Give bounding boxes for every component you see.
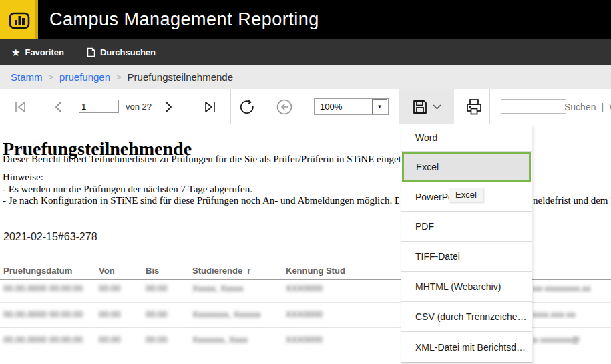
export-option-xml[interactable]: XML-Datei mit Berichtsd… [401, 332, 532, 362]
column-header-pruefungsdatum: Pruefungsdatum [3, 266, 72, 276]
zoom-value: 100% [315, 102, 372, 112]
toolbar-divider [264, 89, 264, 124]
app-title: Campus Management Reporting [49, 0, 319, 39]
export-option-csv[interactable]: CSV (durch Trennzeiche… [401, 302, 532, 332]
search-divider: | [601, 102, 604, 112]
report-viewer-window: Campus Management Reporting ★ Favoriten … [0, 0, 611, 364]
report-description: Dieser Bericht liefert Teilnehmerlisten … [3, 154, 445, 165]
table-row-cell: 00.00.0000 00:00:00 [3, 283, 83, 293]
zoom-select[interactable]: 100% ▼ [314, 98, 389, 115]
last-page-button[interactable] [198, 89, 221, 124]
table-row-cell: 00:00 [146, 309, 168, 319]
table-row-cell: 00.00.0000 00:00:00 [3, 335, 83, 345]
favorites-button[interactable]: ★ Favoriten [11, 47, 64, 57]
favorites-label: Favoriten [25, 47, 64, 57]
page-total-label: von 2? [126, 89, 152, 124]
next-page-button[interactable] [160, 89, 178, 124]
print-button[interactable] [458, 89, 490, 124]
refresh-button[interactable] [238, 89, 256, 124]
column-header-von: Von [99, 266, 115, 276]
breadcrumb-current: Pruefungsteilnehmende [128, 71, 233, 83]
excel-tooltip: Excel [449, 188, 483, 202]
hint-line-2: - Je nach Konfiguration in STiNE sind fü… [3, 195, 399, 206]
search-actions: Suchen | W [564, 89, 611, 124]
table-row-cell: XXX0000 [286, 309, 323, 319]
export-option-tiff[interactable]: TIFF-Datei [401, 242, 532, 272]
breadcrumb-stamm[interactable]: Stamm [11, 71, 43, 83]
table-row-cell: XXX0000 [286, 283, 323, 293]
last-page-icon [203, 101, 216, 113]
table-row-cell: XXX0000 [286, 335, 323, 345]
back-arrow-icon [276, 98, 293, 116]
refresh-icon [239, 99, 255, 115]
chevron-down-icon [433, 104, 441, 110]
toolbar-divider [304, 89, 304, 124]
save-export-button[interactable] [399, 89, 454, 124]
toolbar-divider [489, 89, 490, 124]
export-dropdown-menu: Word Excel PowerPoint PDF TIFF-Datei MHT… [401, 124, 532, 363]
hint-line-1: - Es werden nur die Prüfungen der nächst… [3, 184, 252, 195]
table-row-cell: xxxxx.xxx-xxxxxxxx.xx [533, 283, 611, 293]
table-row-cell: 00:00 [99, 335, 121, 345]
export-option-word[interactable]: Word [401, 124, 532, 152]
table-row-cell: 00:00 [146, 335, 168, 345]
breadcrumb: Stamm > pruefungen > Pruefungsteilnehmen… [0, 65, 611, 89]
table-row-cell: Xxxxx, Xxxxx [192, 283, 244, 293]
search-button[interactable]: Suchen [564, 102, 596, 112]
browse-icon [87, 47, 95, 57]
print-icon [465, 98, 483, 116]
app-header: Campus Management Reporting [0, 0, 611, 39]
next-page-icon [165, 101, 173, 113]
column-header-studierende: Studierende_r [192, 266, 250, 276]
table-row-cell: Xxxxxxxx, Xxxxxx [192, 309, 261, 319]
table-row-cell: 00:00 [146, 283, 168, 293]
search-input[interactable] [501, 99, 566, 114]
column-header-kennung: Kennung Stud [286, 266, 345, 276]
first-page-icon [14, 101, 27, 113]
table-row-cell: xx@xxxxxx.xxx-xx [533, 309, 611, 319]
hints-label: Hinweise: [3, 172, 43, 183]
export-option-pdf[interactable]: PDF [401, 212, 532, 242]
column-header-bis: Bis [146, 266, 159, 276]
breadcrumb-pruefungen[interactable]: pruefungen [59, 71, 110, 83]
save-icon [412, 99, 428, 115]
toolbar-divider [230, 89, 231, 124]
table-row-cell: 00:00 [99, 309, 121, 319]
export-option-excel[interactable]: Excel [402, 152, 531, 182]
hint-line-2-continuation: neldefrist und dem Lis [533, 195, 611, 206]
export-option-mhtml[interactable]: MHTML (Webarchiv) [401, 272, 532, 302]
table-row-cell: 00.00.0000 00:00:00 [3, 309, 83, 319]
top-nav: ★ Favoriten Durchsuchen [0, 39, 611, 65]
powerbi-logo-icon [7, 8, 31, 32]
first-page-button[interactable] [9, 89, 32, 124]
star-icon: ★ [11, 47, 20, 57]
browse-button[interactable]: Durchsuchen [87, 47, 156, 57]
breadcrumb-separator: > [116, 72, 122, 82]
breadcrumb-separator: > [49, 72, 54, 82]
powerbi-logo[interactable] [0, 0, 38, 39]
zoom-dropdown-arrow-icon[interactable]: ▼ [372, 99, 387, 114]
back-to-parent-button[interactable] [275, 89, 294, 124]
table-row-cell: Xxxxxxx, Xxxx [192, 335, 248, 345]
section-title: 2021-02-15#63-278 [3, 231, 97, 243]
browse-label: Durchsuchen [100, 47, 156, 57]
table-row-cell: 00:00 [99, 283, 121, 293]
report-toolbar: von 2? [0, 89, 611, 124]
page-number-input[interactable] [79, 100, 119, 113]
previous-page-button[interactable] [49, 89, 67, 124]
previous-page-icon [54, 101, 62, 113]
table-row-cell: xxxx.xxx-xxxxxxx@ [533, 335, 611, 345]
